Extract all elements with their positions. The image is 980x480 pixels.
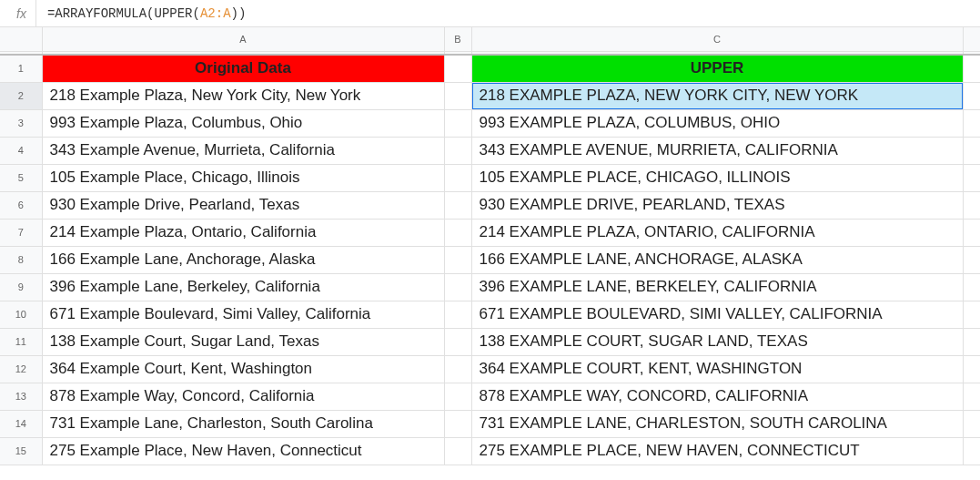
cell-a15[interactable]: 275 Example Place, New Haven, Connecticu… [42, 437, 444, 465]
col-header-a[interactable]: A [42, 27, 444, 51]
cell-b7[interactable] [444, 219, 471, 246]
cell-c6[interactable]: 930 EXAMPLE DRIVE, PEARLAND, TEXAS [471, 191, 963, 219]
row-header-9[interactable]: 9 [0, 273, 42, 301]
cell-a14[interactable]: 731 Example Lane, Charleston, South Caro… [42, 410, 444, 437]
cell-d1[interactable] [963, 55, 980, 82]
select-all-corner[interactable] [0, 27, 42, 51]
cell-c1[interactable]: UPPER [471, 55, 963, 82]
row-header-15[interactable]: 15 [0, 437, 42, 465]
cell-c15[interactable]: 275 EXAMPLE PLACE, NEW HAVEN, CONNECTICU… [471, 437, 963, 465]
cell-c8[interactable]: 166 EXAMPLE LANE, ANCHORAGE, ALASKA [471, 246, 963, 273]
col-header-b[interactable]: B [444, 27, 471, 51]
row-header-3[interactable]: 3 [0, 109, 42, 137]
row-header-2[interactable]: 2 [0, 82, 42, 109]
col-header-c[interactable]: C [471, 27, 963, 51]
cell-c12[interactable]: 364 EXAMPLE COURT, KENT, WASHINGTON [471, 355, 963, 383]
row-header-8[interactable]: 8 [0, 246, 42, 273]
cell-d10[interactable] [963, 301, 980, 328]
cell-a2[interactable]: 218 Example Plaza, New York City, New Yo… [42, 82, 444, 109]
cell-c10[interactable]: 671 EXAMPLE BOULEVARD, SIMI VALLEY, CALI… [471, 301, 963, 328]
spreadsheet-grid[interactable]: A B C 1 Original Data UPPER 2 218 Exampl… [0, 27, 980, 465]
cell-b10[interactable] [444, 301, 471, 328]
cell-c9[interactable]: 396 EXAMPLE LANE, BERKELEY, CALIFORNIA [471, 273, 963, 301]
cell-c7[interactable]: 214 EXAMPLE PLAZA, ONTARIO, CALIFORNIA [471, 219, 963, 246]
cell-d9[interactable] [963, 273, 980, 301]
cell-d6[interactable] [963, 191, 980, 219]
cell-b15[interactable] [444, 437, 471, 465]
cell-b3[interactable] [444, 109, 471, 137]
row-header-12[interactable]: 12 [0, 355, 42, 383]
cell-d15[interactable] [963, 437, 980, 465]
row-header-6[interactable]: 6 [0, 191, 42, 219]
cell-a11[interactable]: 138 Example Court, Sugar Land, Texas [42, 328, 444, 355]
cell-c3[interactable]: 993 EXAMPLE PLAZA, COLUMBUS, OHIO [471, 109, 963, 137]
row-header-7[interactable]: 7 [0, 219, 42, 246]
cell-d12[interactable] [963, 355, 980, 383]
cell-a5[interactable]: 105 Example Place, Chicago, Illinois [42, 164, 444, 191]
cell-c4[interactable]: 343 EXAMPLE AVENUE, MURRIETA, CALIFORNIA [471, 137, 963, 164]
cell-b12[interactable] [444, 355, 471, 383]
cell-b9[interactable] [444, 273, 471, 301]
fx-icon[interactable]: fx [7, 0, 36, 26]
cell-b2[interactable] [444, 82, 471, 109]
cell-b14[interactable] [444, 410, 471, 437]
row-header-14[interactable]: 14 [0, 410, 42, 437]
cell-d4[interactable] [963, 137, 980, 164]
cell-a4[interactable]: 343 Example Avenue, Murrieta, California [42, 137, 444, 164]
cell-b8[interactable] [444, 246, 471, 273]
formula-input[interactable]: =ARRAYFORMULA(UPPER(A2:A)) [36, 6, 246, 21]
cell-b11[interactable] [444, 328, 471, 355]
cell-d7[interactable] [963, 219, 980, 246]
col-header-d[interactable] [963, 27, 980, 51]
cell-a3[interactable]: 993 Example Plaza, Columbus, Ohio [42, 109, 444, 137]
cell-a6[interactable]: 930 Example Drive, Pearland, Texas [42, 191, 444, 219]
cell-c5[interactable]: 105 EXAMPLE PLACE, CHICAGO, ILLINOIS [471, 164, 963, 191]
cell-d5[interactable] [963, 164, 980, 191]
cell-a9[interactable]: 396 Example Lane, Berkeley, California [42, 273, 444, 301]
cell-d3[interactable] [963, 109, 980, 137]
cell-c2[interactable]: 218 EXAMPLE PLAZA, NEW YORK CITY, NEW YO… [471, 82, 963, 109]
row-header-1[interactable]: 1 [0, 55, 42, 82]
cell-a1[interactable]: Original Data [42, 55, 444, 82]
cell-c13[interactable]: 878 EXAMPLE WAY, CONCORD, CALIFORNIA [471, 383, 963, 410]
row-header-13[interactable]: 13 [0, 383, 42, 410]
formula-range: A2:A [200, 6, 231, 21]
cell-a13[interactable]: 878 Example Way, Concord, California [42, 383, 444, 410]
cell-a7[interactable]: 214 Example Plaza, Ontario, California [42, 219, 444, 246]
cell-b13[interactable] [444, 383, 471, 410]
formula-suffix: )) [231, 6, 247, 21]
cell-b1[interactable] [444, 55, 471, 82]
cell-c14[interactable]: 731 EXAMPLE LANE, CHARLESTON, SOUTH CARO… [471, 410, 963, 437]
cell-a10[interactable]: 671 Example Boulevard, Simi Valley, Cali… [42, 301, 444, 328]
cell-c11[interactable]: 138 EXAMPLE COURT, SUGAR LAND, TEXAS [471, 328, 963, 355]
row-header-4[interactable]: 4 [0, 137, 42, 164]
formula-bar: fx =ARRAYFORMULA(UPPER(A2:A)) [0, 0, 980, 27]
cell-b5[interactable] [444, 164, 471, 191]
cell-a12[interactable]: 364 Example Court, Kent, Washington [42, 355, 444, 383]
cell-b4[interactable] [444, 137, 471, 164]
formula-prefix: =ARRAYFORMULA(UPPER( [47, 6, 200, 21]
cell-d11[interactable] [963, 328, 980, 355]
row-header-11[interactable]: 11 [0, 328, 42, 355]
cell-d14[interactable] [963, 410, 980, 437]
cell-d13[interactable] [963, 383, 980, 410]
cell-a8[interactable]: 166 Example Lane, Anchorage, Alaska [42, 246, 444, 273]
cell-d2[interactable] [963, 82, 980, 109]
row-header-10[interactable]: 10 [0, 301, 42, 328]
cell-b6[interactable] [444, 191, 471, 219]
row-header-5[interactable]: 5 [0, 164, 42, 191]
cell-d8[interactable] [963, 246, 980, 273]
